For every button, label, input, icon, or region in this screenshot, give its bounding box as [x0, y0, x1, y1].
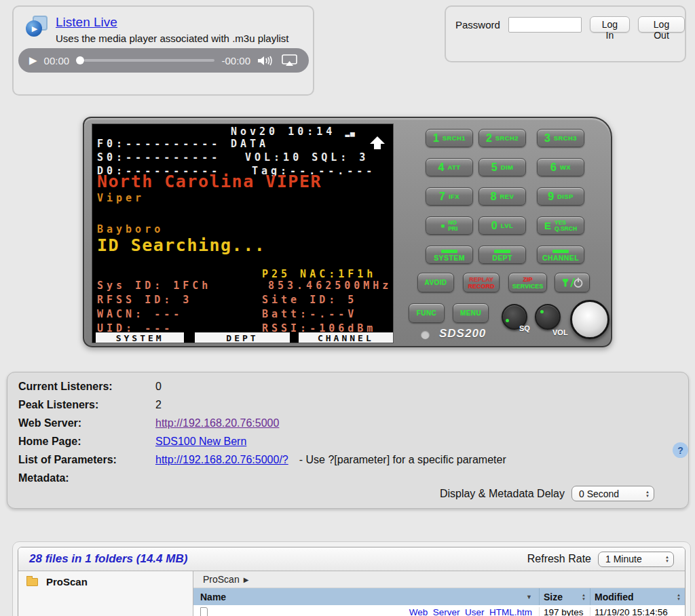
status-led: [421, 330, 430, 339]
key-6-wx[interactable]: 6WX: [537, 158, 584, 176]
lcd-sys-id: Sys ID: 1FCh: [97, 280, 211, 292]
model-label: SDS200: [439, 327, 486, 341]
up-arrow-icon: [370, 136, 385, 150]
key-e-yes-qsrch[interactable]: EYESQ.SRCH: [537, 216, 584, 235]
lcd-vol-sql: VOL:10 SQL: 3: [245, 152, 369, 163]
key-0-lvl[interactable]: 0LVL: [478, 216, 526, 235]
vol-knob-label: VOL: [552, 328, 568, 336]
key-zip-services[interactable]: ZIPSERVICES: [508, 273, 547, 292]
airplay-icon[interactable]: [282, 54, 298, 66]
tree-item-proscan[interactable]: ProScan: [26, 576, 185, 588]
column-header-name[interactable]: Name ▼: [193, 588, 539, 605]
rotary-knob[interactable]: [570, 300, 609, 339]
log-out-button[interactable]: Log Out: [638, 16, 685, 33]
refresh-rate-select[interactable]: 1 Minute ▲▼: [598, 552, 674, 567]
media-player-icon: ▶: [26, 15, 48, 37]
key-7-ifx[interactable]: 7IFX: [426, 187, 473, 206]
server-info-panel: Current Listeners: 0 Peak Listeners: 2 W…: [7, 372, 689, 509]
sort-desc-icon: ▼: [526, 594, 532, 600]
proscan-web-page: ▶ Listen Live Uses the media player asso…: [0, 0, 695, 616]
key-8-rev[interactable]: 8REV: [478, 187, 526, 206]
key-replay-record[interactable]: REPLAYRECORD: [463, 273, 500, 292]
delay-select[interactable]: 0 Second ▲▼: [571, 486, 654, 501]
home-page-row: Home Page: SDS100 New Bern: [18, 436, 677, 454]
key-channel[interactable]: CHANNEL: [537, 246, 584, 264]
volume-knob[interactable]: [535, 304, 561, 330]
lcd-status: ID Searching...: [97, 237, 389, 254]
folder-tree: ProScan: [18, 571, 193, 616]
listen-live-link[interactable]: Listen Live: [56, 15, 117, 29]
folder-icon: [26, 578, 38, 586]
key-dept[interactable]: DEPT: [478, 246, 526, 264]
key-3-srch3[interactable]: 3SRCH3: [537, 129, 584, 147]
peak-listeners-label: Peak Listeners:: [18, 399, 155, 411]
password-input[interactable]: [508, 17, 582, 33]
sds200-scanner: Nov20 10:14 ▂▄ F0:----------DATA S0:----…: [83, 117, 612, 347]
lcd-tab-dept: DEPT: [195, 332, 289, 343]
lcd-tab-channel: CHANNEL: [299, 332, 393, 343]
column-header-size[interactable]: Size ▲▼: [539, 588, 590, 605]
key-func[interactable]: FUNC: [409, 303, 445, 323]
lcd-p25-nac: P25 NAC:1F1h: [262, 269, 376, 280]
lcd-department-name: Viper: [97, 193, 389, 204]
file-list: ProScan ▶ Name ▼ Size ▲▼ Modifi: [193, 571, 685, 616]
current-listeners-value: 0: [155, 381, 162, 393]
key-1-srch1[interactable]: 1SRCH1: [426, 129, 473, 147]
parameters-label: List of Parameters:: [18, 454, 155, 466]
lcd-f0: F0:----------: [97, 138, 221, 150]
file-modified: 11/19/20 15:14:56: [590, 607, 685, 616]
remaining-time: -00:00: [221, 55, 250, 66]
sort-both-icon: ▲▼: [677, 593, 681, 601]
key-menu[interactable]: MENU: [453, 303, 489, 323]
seek-track[interactable]: [84, 59, 214, 62]
lcd-batt: Batt:-.--V: [262, 309, 357, 320]
key-4-att[interactable]: 4ATT: [426, 158, 473, 176]
volume-icon[interactable]: [257, 55, 275, 66]
breadcrumb[interactable]: ProScan ▶: [193, 571, 685, 588]
lcd-datetime: Nov20 10:14: [231, 126, 335, 138]
refresh-rate-label: Refresh Rate: [527, 553, 591, 565]
elapsed-time: 00:00: [44, 55, 70, 66]
sq-knob-label: SQ: [519, 324, 530, 332]
key-9-disp[interactable]: 9DISP: [537, 187, 584, 206]
column-header-modified[interactable]: Modified ▲▼: [590, 588, 685, 605]
parameters-row: List of Parameters: http://192.168.20.76…: [18, 454, 677, 472]
play-button[interactable]: ▶: [29, 54, 37, 66]
home-page-link[interactable]: SDS100 New Bern: [155, 436, 246, 448]
file-size: 197 bytes: [539, 607, 590, 616]
peak-listeners-value: 2: [155, 399, 162, 411]
listen-live-subtitle: Uses the media player associated with .m…: [56, 33, 289, 44]
signal-bars-icon: ▂▄: [345, 128, 355, 137]
file-link[interactable]: Web_Server_User_HTML.htm: [409, 607, 532, 616]
lcd-data-mode: DATA: [231, 138, 269, 149]
key-flashlight-power[interactable]: [555, 273, 590, 292]
current-listeners-row: Current Listeners: 0: [18, 381, 677, 399]
web-server-row: Web Server: http://192.168.20.76:5000: [18, 417, 677, 436]
file-icon: [200, 607, 208, 616]
table-row: Web_Server_User_HTML.htm 197 bytes 11/19…: [193, 605, 685, 616]
files-summary: 28 files in 1 folders (14.4 MB): [29, 552, 187, 566]
lcd-tab-system: SYSTEM: [96, 332, 184, 343]
key-system[interactable]: SYSTEM: [426, 246, 473, 264]
listen-live-panel: ▶ Listen Live Uses the media player asso…: [12, 5, 314, 96]
breadcrumb-arrow-icon: ▶: [244, 576, 249, 583]
key-5-dim[interactable]: 5DIM: [478, 158, 526, 176]
scanner-lcd: Nov20 10:14 ▂▄ F0:----------DATA S0:----…: [92, 123, 394, 343]
seek-thumb[interactable]: [76, 56, 84, 64]
parameters-hint: - Use ?[parameter] for a specific parame…: [299, 454, 506, 466]
file-browser: 28 files in 1 folders (14.4 MB) Refresh …: [18, 547, 685, 616]
audio-player[interactable]: ▶ 00:00 -00:00: [18, 48, 309, 73]
key-dot-no-pri[interactable]: ■NOPRI: [426, 216, 473, 235]
lcd-channel-name: Bayboro: [97, 224, 389, 235]
key-2-srch2[interactable]: 2SRCH2: [478, 129, 526, 147]
select-arrows-icon: ▲▼: [645, 490, 650, 498]
seek-slider[interactable]: [76, 56, 214, 64]
delay-label: Display & Metadata Delay: [440, 488, 565, 500]
help-button[interactable]: ?: [673, 442, 688, 458]
metadata-label: Metadata:: [18, 472, 155, 484]
web-server-link[interactable]: http://192.168.20.76:5000: [155, 417, 279, 429]
parameters-link[interactable]: http://192.168.20.76:5000/?: [155, 454, 288, 466]
key-avoid[interactable]: AVOID: [417, 273, 454, 292]
lcd-system-name: North Carolina VIPER: [97, 173, 389, 191]
log-in-button[interactable]: Log In: [590, 16, 630, 33]
